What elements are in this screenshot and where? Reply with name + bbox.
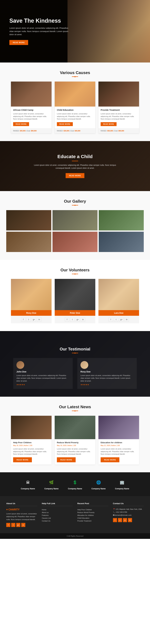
- footer-social-linkedin[interactable]: in: [21, 523, 25, 527]
- gallery-grid: [0, 210, 150, 252]
- news-card-title-3: Education for children: [100, 441, 137, 444]
- footer-link-causes[interactable]: Causes List: [42, 517, 73, 520]
- footer-link-contact[interactable]: Contact Us: [42, 520, 73, 522]
- footer-brand: ♥ CHARITY: [6, 508, 37, 511]
- cause-btn-2[interactable]: READ MORE: [57, 122, 73, 126]
- hero-description: Lorem ipsum dolor sit amet, consectetur …: [10, 26, 69, 36]
- footer-recent-2[interactable]: Reduce World Poverty: [77, 511, 108, 514]
- news-section-title: Our Latest News: [0, 397, 150, 416]
- hero-cta-button[interactable]: READ MORE: [10, 40, 28, 45]
- news-card-title-1: Help Poor Children: [13, 441, 50, 444]
- educate-btn[interactable]: READ MORE: [66, 173, 84, 178]
- volunteer-name-3: Lara Doe: [98, 310, 139, 316]
- testimonial-text-1: Lorem ipsum dolor sit amet, consectetur …: [16, 374, 70, 382]
- cause-body-2: Child Education Lorem ipsum dolor sit am…: [55, 106, 95, 128]
- gallery-item-4: [6, 232, 51, 252]
- news-btn-2[interactable]: READ MORE: [57, 457, 76, 462]
- footer-recent-5[interactable]: Provide Treatment: [77, 520, 108, 522]
- volunteer-facebook-icon-2[interactable]: f: [65, 317, 69, 322]
- partner-name-5: Company Name: [115, 488, 129, 490]
- cause-btn-3[interactable]: READ MORE: [100, 122, 116, 126]
- footer-contact-phone: 📞 +012 345 6789: [113, 511, 144, 513]
- footer-contact-google[interactable]: g: [123, 518, 127, 522]
- volunteer-card-2: Peter Doe f t g+ in: [55, 279, 95, 323]
- cause-card-1: African Child Camp Lorem ipsum dolor sit…: [11, 82, 52, 133]
- gallery-item-1: [6, 210, 51, 230]
- partner-2: 🌿 Company Name: [44, 478, 58, 490]
- testimonial-underline: [72, 353, 78, 353]
- news-image-1: [11, 416, 52, 439]
- educate-underline: [72, 161, 78, 161]
- footer-social-twitter[interactable]: t: [11, 523, 15, 527]
- volunteer-name-2: Peter Doe: [55, 310, 95, 316]
- volunteer-twitter-icon-3[interactable]: t: [114, 317, 118, 322]
- cause-card-2: Child Education Lorem ipsum dolor sit am…: [55, 82, 95, 133]
- hero-section: Save The Kindness Lorem ipsum dolor sit …: [0, 0, 150, 62]
- cause-body-1: African Child Camp Lorem ipsum dolor sit…: [11, 106, 52, 128]
- footer-about-social: f t g+ in: [6, 523, 37, 527]
- footer-links-list: Home About us Features Causes List Conta…: [42, 508, 73, 522]
- footer-about-col: About Us ♥ CHARITY Lorem ipsum dolor sit…: [6, 502, 37, 527]
- footer-contact-facebook[interactable]: f: [113, 518, 117, 522]
- volunteer-google-icon-1[interactable]: g+: [32, 317, 36, 322]
- footer-recent-4[interactable]: Child Education: [77, 517, 108, 520]
- footer-contact-email: ✉ domain@domain.com: [113, 514, 144, 516]
- testimonial-avatar-2: [80, 361, 88, 369]
- gallery-item-2: [52, 210, 98, 230]
- footer-link-about[interactable]: About us: [42, 511, 73, 514]
- volunteers-grid: Rosy Doe f t g+ in Peter Doe f t g+ in L…: [0, 279, 150, 323]
- news-card-2: Reduce World Poverty May 18, 2020 | Auth…: [55, 416, 95, 464]
- testimonial-avatar-1: [16, 361, 24, 369]
- testimonials-grid: John Doe Lorem ipsum dolor sit amet, con…: [6, 358, 144, 389]
- volunteer-google-icon-2[interactable]: g+: [76, 317, 80, 322]
- partner-icon-1: 🏛: [24, 478, 32, 486]
- volunteer-linkedin-icon-2[interactable]: in: [81, 317, 85, 322]
- volunteer-twitter-icon-2[interactable]: t: [70, 317, 74, 322]
- cause-btn-1[interactable]: READ MORE: [13, 122, 29, 126]
- partner-3: 💲 Company Name: [68, 478, 82, 490]
- cause-raised-2: $30,000: [64, 130, 69, 132]
- news-meta-2: May 18, 2020 | Author | 100: [57, 445, 93, 446]
- cause-goal-3: $90,000: [118, 130, 124, 132]
- cause-raised-3: $50,000: [107, 130, 113, 132]
- news-section: Our Latest News Help Poor Children May 1…: [0, 397, 150, 472]
- volunteer-linkedin-icon-3[interactable]: in: [124, 317, 129, 322]
- footer-link-home[interactable]: Home: [42, 508, 73, 511]
- volunteer-facebook-icon-3[interactable]: f: [108, 317, 113, 322]
- educate-description: Lorem ipsum dolor sit amet, consectetur …: [31, 164, 119, 170]
- causes-section: Various Causes African Child Camp Lorem …: [0, 62, 150, 141]
- news-desc-3: Lorem ipsum dolor sit amet, consectetur …: [100, 448, 137, 456]
- footer-about-title: About Us: [6, 502, 37, 506]
- testimonial-name-2: Rosy Doe: [80, 370, 134, 373]
- footer-social-google[interactable]: g+: [16, 523, 20, 527]
- testimonial-title: Our Testimonial: [6, 347, 144, 352]
- footer-bottom: © All Rights Reserved: [0, 533, 150, 539]
- volunteer-facebook-icon-1[interactable]: f: [21, 317, 26, 322]
- volunteer-google-icon-3[interactable]: g+: [119, 317, 124, 322]
- partner-name-4: Company Name: [92, 488, 106, 490]
- news-underline: [72, 410, 78, 411]
- cause-progress-2: RAISED: $30,000 | Goal: $40,000: [55, 128, 95, 133]
- testimonial-name-1: John Doe: [16, 370, 70, 373]
- footer-contact-col: Contact Us 📍 123, Majestic Hall, New Yor…: [113, 502, 144, 527]
- volunteer-image-1: [11, 279, 52, 310]
- footer-contact-linkedin[interactable]: in: [128, 518, 132, 522]
- volunteer-twitter-icon-1[interactable]: t: [26, 317, 31, 322]
- footer: About Us ♥ CHARITY Lorem ipsum dolor sit…: [0, 496, 150, 533]
- footer-contact-title: Contact Us: [113, 502, 144, 506]
- gallery-item-5: [52, 232, 98, 252]
- footer-recent-3[interactable]: Allocation for children: [77, 514, 108, 517]
- footer-social-facebook[interactable]: f: [6, 523, 10, 527]
- causes-section-title: Various Causes: [0, 62, 150, 82]
- footer-link-features[interactable]: Features: [42, 514, 73, 517]
- volunteers-title: Our Volunteers: [0, 268, 150, 272]
- footer-links-title: Help Full Link: [42, 502, 73, 506]
- educate-content: Educate a Child Lorem ipsum dolor sit am…: [31, 154, 119, 178]
- footer-recent-1[interactable]: Help Poor Children: [77, 508, 108, 511]
- hero-content: Save The Kindness Lorem ipsum dolor sit …: [0, 18, 78, 45]
- footer-recent-list: Help Poor Children Reduce World Poverty …: [77, 508, 108, 522]
- footer-contact-youtube[interactable]: y: [118, 518, 122, 522]
- news-btn-3[interactable]: READ MORE: [100, 457, 120, 462]
- news-btn-1[interactable]: READ MORE: [13, 457, 32, 462]
- volunteer-linkedin-icon-1[interactable]: in: [37, 317, 42, 322]
